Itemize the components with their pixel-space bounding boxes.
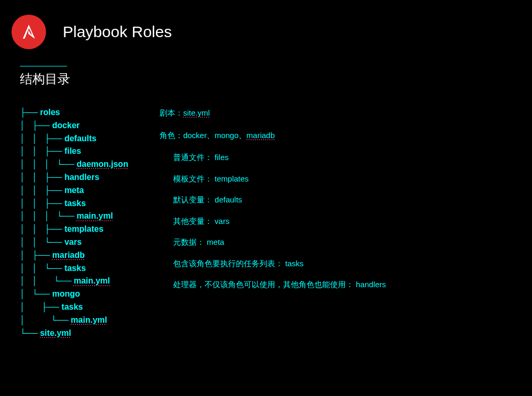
tree-line: │ │ │ └── bbox=[20, 211, 76, 220]
ansible-a-icon bbox=[19, 22, 39, 42]
tree-line: │ │ └── vars bbox=[20, 237, 82, 246]
desc-tasks: 包含该角色要执行的任务列表： tasks bbox=[173, 258, 386, 270]
tree-line: │ │ ├── files bbox=[20, 146, 81, 155]
desc-roles: 角色：docker、mongo、mariadb bbox=[160, 130, 386, 142]
description-panel: 剧本：site.yml 角色：docker、mongo、mariadb 普通文件… bbox=[160, 106, 386, 340]
content-area: ├── roles │ ├── docker │ │ ├── defaults … bbox=[0, 106, 532, 340]
tree-line: │ ├── docker bbox=[20, 121, 80, 130]
tree-line: │ │ ├── templates bbox=[20, 224, 104, 233]
tree-file-main: main.yml bbox=[74, 276, 110, 285]
tree-line: │ ├── bbox=[20, 251, 52, 259]
desc-vars: 其他变量： vars bbox=[173, 216, 386, 228]
tree-file-site: site.yml bbox=[40, 329, 71, 337]
divider bbox=[20, 66, 67, 66]
tree-line: ├── roles bbox=[20, 108, 60, 117]
tree-file-daemon: daemon.json bbox=[76, 160, 128, 168]
section-subtitle: 结构目录 bbox=[20, 71, 532, 87]
desc-handlers: 处理器，不仅该角色可以使用，其他角色也能使用： handlers bbox=[173, 279, 386, 291]
desc-defaults: 默认变量： defaults bbox=[173, 194, 386, 206]
tree-dir-mariadb: mariadb bbox=[52, 251, 85, 259]
tree-line: │ ├── tasks bbox=[20, 302, 83, 311]
directory-tree: ├── roles │ ├── docker │ │ ├── defaults … bbox=[20, 106, 128, 340]
desc-value: mariadb bbox=[246, 131, 275, 140]
desc-label: 角色： bbox=[160, 131, 183, 140]
tree-file-main: main.yml bbox=[76, 211, 112, 220]
ansible-logo-icon bbox=[12, 15, 46, 49]
tree-line: │ └── mongo bbox=[20, 289, 80, 298]
tree-line: │ │ ├── handlers bbox=[20, 173, 99, 182]
desc-templates: 模板文件： templates bbox=[173, 173, 386, 185]
tree-line: │ │ ├── tasks bbox=[20, 199, 86, 208]
desc-meta: 元数据： meta bbox=[173, 236, 386, 248]
tree-line: └── bbox=[20, 329, 40, 337]
tree-line: │ │ └── tasks bbox=[20, 264, 86, 273]
desc-playbook: 剧本：site.yml bbox=[160, 107, 386, 119]
desc-files: 普通文件： files bbox=[173, 152, 386, 164]
tree-line: │ │ └── bbox=[20, 276, 74, 285]
desc-value: docker、mongo、 bbox=[183, 131, 246, 140]
tree-line: │ │ │ └── bbox=[20, 160, 76, 168]
tree-line: │ │ ├── meta bbox=[20, 186, 84, 195]
desc-label: 剧本： bbox=[160, 108, 183, 117]
tree-line: │ └── bbox=[20, 315, 71, 324]
desc-value: site.yml bbox=[183, 108, 210, 117]
tree-line: │ │ ├── defaults bbox=[20, 134, 96, 143]
page-title: Playbook Roles bbox=[63, 23, 172, 41]
tree-file-main: main.yml bbox=[71, 315, 107, 324]
header: Playbook Roles bbox=[0, 0, 532, 54]
